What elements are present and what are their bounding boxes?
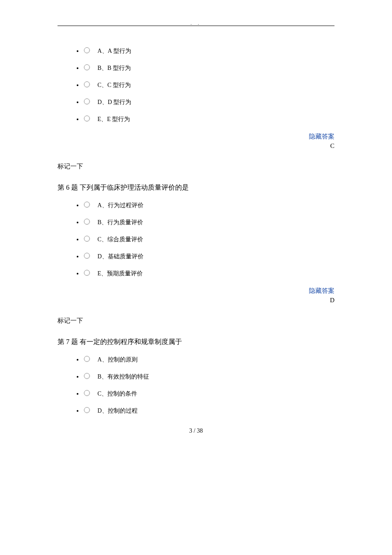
option-text: A、控制的原则 bbox=[98, 356, 138, 363]
option-item: D、基础质量评价 bbox=[83, 253, 334, 260]
radio-icon[interactable] bbox=[84, 81, 90, 87]
option-text: D、D 型行为 bbox=[98, 99, 132, 105]
option-item: B、行为质量评价 bbox=[83, 219, 334, 226]
option-item: A、控制的原则 bbox=[83, 356, 334, 364]
radio-icon[interactable] bbox=[84, 356, 90, 362]
radio-icon[interactable] bbox=[84, 253, 90, 259]
answer-block: 隐藏答案 C bbox=[58, 133, 334, 150]
radio-icon[interactable] bbox=[84, 390, 90, 396]
radio-icon[interactable] bbox=[84, 407, 90, 413]
radio-icon[interactable] bbox=[84, 47, 90, 53]
radio-icon[interactable] bbox=[84, 373, 90, 379]
option-text: E、E 型行为 bbox=[98, 116, 130, 122]
option-item: E、E 型行为 bbox=[83, 116, 334, 123]
answer-value: C bbox=[58, 142, 334, 150]
option-text: E、预期质量评价 bbox=[98, 270, 143, 277]
answer-block: 隐藏答案 D bbox=[58, 287, 334, 304]
radio-icon[interactable] bbox=[84, 98, 90, 104]
option-text: B、有效控制的特征 bbox=[98, 373, 149, 380]
option-item: D、控制的过程 bbox=[83, 407, 334, 415]
answer-value: D bbox=[58, 297, 334, 304]
radio-icon[interactable] bbox=[84, 219, 90, 225]
hide-answer-link[interactable]: 隐藏答案 bbox=[58, 287, 334, 295]
question-7-options: A、控制的原则 B、有效控制的特征 C、控制的条件 D、控制的过程 bbox=[58, 356, 334, 415]
radio-icon[interactable] bbox=[84, 270, 90, 276]
option-text: B、B 型行为 bbox=[98, 65, 131, 71]
question-6-title: 第 6 题 下列属于临床护理活动质量评价的是 bbox=[58, 183, 334, 192]
question-5-options: A、A 型行为 B、B 型行为 C、C 型行为 D、D 型行为 E、E 型行为 bbox=[58, 47, 334, 123]
question-7-title: 第 7 题 有一定的控制程序和规章制度属于 bbox=[58, 338, 334, 347]
radio-icon[interactable] bbox=[84, 236, 90, 242]
question-6-options: A、行为过程评价 B、行为质量评价 C、综合质量评价 D、基础质量评价 E、预期… bbox=[58, 202, 334, 278]
option-text: C、控制的条件 bbox=[98, 390, 137, 397]
page-number: 3 / 38 bbox=[58, 428, 334, 434]
option-text: C、综合质量评价 bbox=[98, 236, 143, 243]
radio-icon[interactable] bbox=[84, 202, 90, 208]
option-item: D、D 型行为 bbox=[83, 98, 334, 106]
option-text: B、行为质量评价 bbox=[98, 219, 143, 225]
page-top-rule bbox=[58, 26, 334, 26]
option-item: C、控制的条件 bbox=[83, 390, 334, 398]
radio-icon[interactable] bbox=[84, 64, 90, 70]
option-text: A、行为过程评价 bbox=[98, 202, 144, 208]
option-item: C、综合质量评价 bbox=[83, 236, 334, 243]
mark-label[interactable]: 标记一下 bbox=[58, 162, 334, 171]
option-item: A、行为过程评价 bbox=[83, 202, 334, 209]
mark-label[interactable]: 标记一下 bbox=[58, 317, 334, 325]
hide-answer-link[interactable]: 隐藏答案 bbox=[58, 133, 334, 141]
option-item: B、B 型行为 bbox=[83, 64, 334, 72]
option-item: E、预期质量评价 bbox=[83, 270, 334, 278]
option-item: B、有效控制的特征 bbox=[83, 373, 334, 381]
option-text: C、C 型行为 bbox=[98, 82, 131, 88]
option-text: A、A 型行为 bbox=[98, 48, 131, 54]
option-text: D、基础质量评价 bbox=[98, 253, 144, 260]
option-item: C、C 型行为 bbox=[83, 81, 334, 89]
radio-icon[interactable] bbox=[84, 116, 90, 121]
option-text: D、控制的过程 bbox=[98, 408, 138, 414]
option-item: A、A 型行为 bbox=[83, 47, 334, 55]
